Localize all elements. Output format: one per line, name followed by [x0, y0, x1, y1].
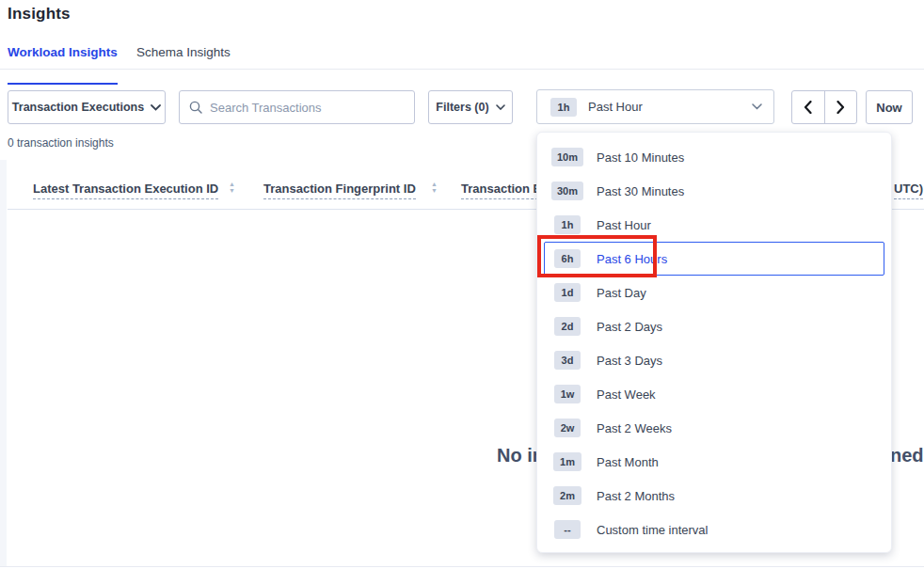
time-nav-group	[791, 90, 857, 124]
active-tab-underline	[8, 83, 118, 85]
filters-button[interactable]: Filters (0)	[428, 90, 513, 124]
time-interval-option[interactable]: 1h Past Hour	[537, 208, 891, 242]
tab-schema-insights[interactable]: Schema Insights	[136, 45, 231, 64]
badge-slot: 1m	[551, 452, 583, 471]
interval-badge: 1h	[554, 215, 581, 234]
time-interval-option[interactable]: -- Custom time interval	[537, 513, 891, 546]
interval-label: Past Week	[597, 387, 656, 402]
chevron-left-icon	[804, 101, 812, 114]
filters-label: Filters (0)	[436, 101, 488, 114]
previous-interval-button[interactable]	[792, 91, 825, 123]
badge-slot: 1h	[551, 215, 583, 234]
page-title: Insights	[8, 5, 71, 24]
chevron-down-icon	[151, 104, 161, 111]
interval-badge: 2m	[553, 486, 581, 505]
interval-label: Past 30 Minutes	[597, 184, 684, 198]
time-interval-option[interactable]: 2w Past 2 Weeks	[537, 411, 891, 445]
time-interval-option[interactable]: 2m Past 2 Months	[537, 479, 891, 513]
search-input[interactable]	[210, 101, 405, 115]
column-header-utc[interactable]: UTC)	[894, 182, 923, 199]
tab-label: Workload Insights	[8, 45, 118, 59]
chevron-right-icon	[836, 101, 845, 114]
time-interval-option[interactable]: 3d Past 3 Days	[537, 343, 891, 377]
transaction-type-label: Transaction Executions	[12, 101, 144, 114]
interval-label: Past 6 Hours	[597, 252, 667, 266]
table-left-gutter	[0, 160, 7, 567]
badge-slot: 2d	[551, 317, 583, 336]
badge-slot: 1d	[551, 283, 583, 302]
interval-badge: 10m	[551, 148, 583, 166]
tab-label: Schema Insights	[136, 45, 231, 59]
table-bottom-divider	[0, 566, 924, 567]
badge-slot: 2w	[551, 419, 583, 437]
interval-label: Past 2 Months	[597, 489, 675, 503]
time-interval-option[interactable]: 30m Past 30 Minutes	[537, 174, 891, 208]
sort-toggle-icon[interactable]: ▲▼	[431, 182, 438, 194]
tab-bar: Workload Insights Schema Insights	[0, 41, 924, 70]
interval-badge: --	[554, 520, 581, 539]
time-interval-option[interactable]: 2d Past 2 Days	[537, 309, 891, 343]
interval-label: Past Hour	[597, 218, 651, 232]
time-interval-option[interactable]: 6h Past 6 Hours	[537, 242, 891, 276]
time-interval-option[interactable]: 10m Past 10 Minutes	[537, 140, 891, 174]
empty-state-text-right: ned.	[890, 445, 924, 466]
interval-label: Past Month	[597, 455, 659, 469]
next-interval-button[interactable]	[825, 91, 857, 123]
interval-label: Past Day	[597, 286, 646, 300]
interval-label: Past 10 Minutes	[597, 150, 684, 165]
badge-slot: 3d	[551, 351, 583, 370]
time-interval-option[interactable]: 1w Past Week	[537, 377, 891, 411]
time-interval-dropdown-menu: 10m Past 10 Minutes 30m Past 30 Minutes …	[536, 132, 892, 553]
interval-badge: 6h	[554, 249, 581, 268]
time-interval-label: Past Hour	[588, 100, 643, 114]
interval-label: Past 2 Days	[597, 320, 662, 334]
interval-label: Past 2 Weeks	[597, 421, 672, 435]
badge-slot: 6h	[551, 249, 583, 268]
chevron-down-icon	[752, 103, 762, 110]
now-button[interactable]: Now	[866, 90, 913, 124]
time-interval-select[interactable]: 1h Past Hour	[536, 89, 774, 124]
chevron-down-icon	[496, 104, 505, 110]
badge-slot: 2m	[551, 486, 583, 505]
search-icon	[189, 101, 202, 114]
interval-badge: 3d	[554, 351, 581, 370]
search-box[interactable]	[179, 90, 415, 124]
badge-slot: 30m	[551, 182, 583, 200]
insights-page: Insights Workload Insights Schema Insigh…	[0, 0, 924, 569]
interval-badge: 1w	[554, 385, 581, 403]
time-interval-option[interactable]: 1m Past Month	[537, 445, 891, 479]
interval-label: Custom time interval	[597, 523, 708, 537]
badge-slot: 10m	[551, 148, 583, 166]
interval-label: Past 3 Days	[597, 354, 662, 368]
transaction-type-dropdown[interactable]: Transaction Executions	[8, 90, 166, 124]
tab-workload-insights[interactable]: Workload Insights	[8, 45, 118, 64]
badge-slot: --	[551, 520, 583, 539]
badge-slot: 1w	[551, 385, 583, 403]
time-interval-badge: 1h	[550, 98, 577, 117]
sort-toggle-icon[interactable]: ▲▼	[229, 182, 235, 194]
interval-badge: 1m	[553, 452, 581, 471]
now-label: Now	[876, 101, 901, 115]
interval-badge: 30m	[551, 182, 583, 200]
column-header-transaction-fingerprint-id[interactable]: Transaction Fingerprint ID	[263, 182, 416, 199]
interval-badge: 2d	[554, 317, 581, 336]
interval-badge: 1d	[554, 283, 581, 302]
time-interval-option[interactable]: 1d Past Day	[537, 276, 891, 309]
interval-badge: 2w	[554, 419, 581, 437]
column-header-latest-transaction-execution-id[interactable]: Latest Transaction Execution ID	[33, 182, 218, 199]
tabbar-divider	[0, 69, 924, 70]
column-header-transaction-execution[interactable]: Transaction Ex	[461, 182, 548, 199]
insights-count: 0 transaction insights	[8, 136, 114, 150]
